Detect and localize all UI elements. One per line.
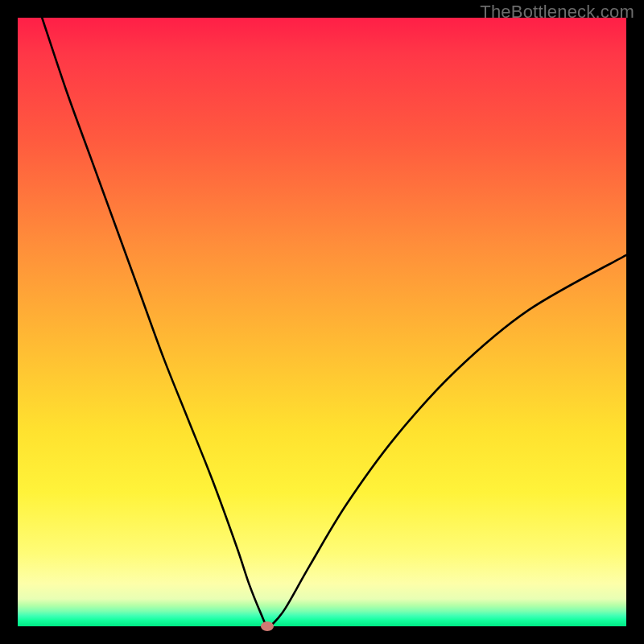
optimum-marker [261, 621, 274, 631]
bottleneck-curve [18, 18, 626, 626]
chart-frame: TheBottleneck.com [0, 0, 644, 644]
plot-area [18, 18, 626, 626]
